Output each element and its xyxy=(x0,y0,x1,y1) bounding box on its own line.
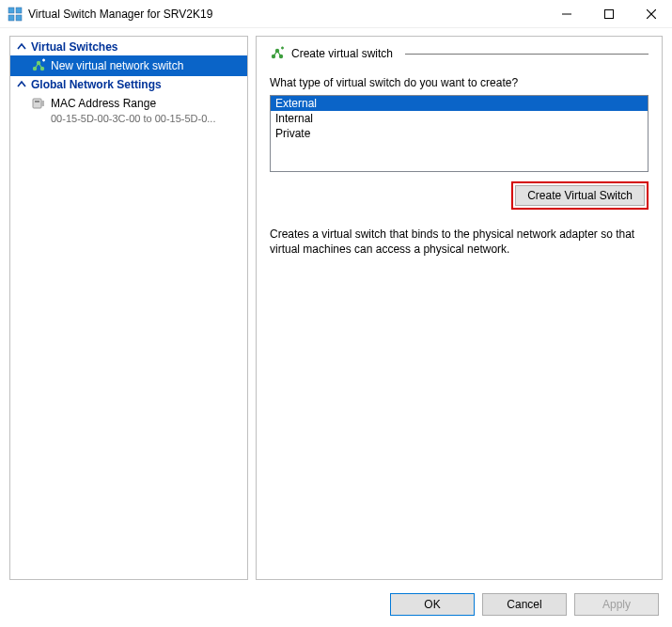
svg-rect-3 xyxy=(16,15,22,21)
close-button[interactable] xyxy=(630,0,672,28)
list-item-private[interactable]: Private xyxy=(271,126,648,141)
tree-section-virtual-switches[interactable]: Virtual Switches xyxy=(10,39,247,55)
svg-rect-11 xyxy=(33,99,41,108)
navigation-tree: Virtual Switches New virtual network swi… xyxy=(9,36,248,580)
svg-rect-2 xyxy=(8,15,14,21)
tree-item-label: MAC Address Range xyxy=(51,97,156,110)
maximize-button[interactable] xyxy=(587,0,630,28)
svg-rect-1 xyxy=(16,8,22,13)
collapse-icon xyxy=(16,42,27,52)
dialog-buttons: OK Cancel Apply xyxy=(390,593,659,616)
svg-rect-12 xyxy=(41,101,44,106)
description-text: Creates a virtual switch that binds to t… xyxy=(270,227,649,257)
tree-item-label: New virtual network switch xyxy=(51,59,183,72)
ok-button[interactable]: OK xyxy=(390,593,475,616)
svg-rect-5 xyxy=(604,9,613,18)
apply-button[interactable]: Apply xyxy=(574,593,659,616)
prompt-text: What type of virtual switch do you want … xyxy=(270,76,649,89)
app-icon xyxy=(8,7,23,22)
tree-section-label: Global Network Settings xyxy=(31,78,162,91)
tree-section-label: Virtual Switches xyxy=(31,40,117,54)
divider xyxy=(405,54,649,55)
svg-rect-0 xyxy=(8,8,14,13)
tree-item-subtext: 00-15-5D-00-3C-00 to 00-15-5D-0... xyxy=(10,113,247,124)
tree-section-global-settings[interactable]: Global Network Settings xyxy=(10,76,247,93)
section-title-text: Create virtual switch xyxy=(291,47,393,60)
content-pane: Create virtual switch What type of virtu… xyxy=(256,36,663,580)
window-title: Virtual Switch Manager for SRV2K19 xyxy=(28,8,212,21)
network-switch-add-icon xyxy=(270,46,285,61)
network-switch-add-icon xyxy=(31,58,46,73)
switch-type-list[interactable]: External Internal Private xyxy=(270,95,649,172)
window-controls xyxy=(545,0,672,28)
list-item-external[interactable]: External xyxy=(271,96,648,111)
titlebar: Virtual Switch Manager for SRV2K19 xyxy=(0,0,672,28)
tree-item-new-virtual-switch[interactable]: New virtual network switch xyxy=(10,55,247,76)
list-item-internal[interactable]: Internal xyxy=(271,111,648,126)
tree-item-mac-address-range[interactable]: MAC Address Range xyxy=(10,93,247,114)
highlight-annotation: Create Virtual Switch xyxy=(511,181,649,210)
svg-rect-13 xyxy=(35,101,39,102)
minimize-button[interactable] xyxy=(545,0,587,28)
section-header: Create virtual switch xyxy=(270,46,649,65)
collapse-icon xyxy=(16,80,27,89)
network-adapter-icon xyxy=(31,96,46,111)
create-virtual-switch-button[interactable]: Create Virtual Switch xyxy=(515,185,645,206)
cancel-button[interactable]: Cancel xyxy=(482,593,567,616)
